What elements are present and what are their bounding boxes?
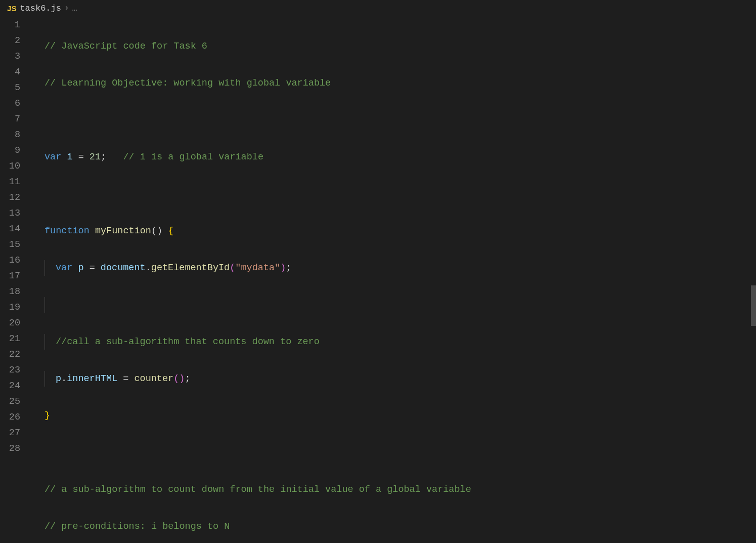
code-line[interactable]: var p = document.getElementById("mydata"… xyxy=(33,260,751,276)
line-number: 7 xyxy=(0,111,20,127)
line-number: 16 xyxy=(0,253,20,268)
comment: // Learning Objective: working with glob… xyxy=(45,78,331,89)
code-line[interactable] xyxy=(33,186,751,202)
chevron-right-icon: › xyxy=(64,4,69,13)
punct: () xyxy=(151,226,162,236)
code-line[interactable]: // pre-conditions: i belongs to N xyxy=(33,519,751,534)
identifier: i xyxy=(67,152,72,162)
line-number: 11 xyxy=(0,174,20,190)
line-number: 2 xyxy=(0,33,20,49)
paren: ( xyxy=(230,263,235,273)
line-number: 18 xyxy=(0,284,20,300)
string-literal: "mydata" xyxy=(235,263,280,273)
comment: // a sub-algorithm to count down from th… xyxy=(45,484,471,495)
identifier: p xyxy=(72,263,83,273)
code-line[interactable]: p.innerHTML = counter(); xyxy=(33,371,751,387)
breadcrumb[interactable]: JS task6.js › … xyxy=(0,0,756,17)
line-number: 15 xyxy=(0,237,20,253)
code-line[interactable] xyxy=(33,297,751,313)
line-number: 3 xyxy=(0,49,20,64)
line-number: 20 xyxy=(0,315,20,331)
line-number: 9 xyxy=(0,143,20,158)
punct: . xyxy=(61,373,67,384)
identifier: p xyxy=(56,373,61,384)
line-number: 24 xyxy=(0,378,20,394)
function-name: myFunction xyxy=(90,226,151,236)
comment: // JavaScript code for Task 6 xyxy=(45,41,207,52)
line-number-gutter: 1 2 3 4 5 6 7 8 9 10 11 12 13 14 15 16 1… xyxy=(0,17,33,543)
code-line[interactable]: //call a sub-algorithm that counts down … xyxy=(33,334,751,350)
operator: = xyxy=(73,152,90,162)
code-line[interactable]: // JavaScript code for Task 6 xyxy=(33,38,751,54)
code-line[interactable]: function myFunction() { xyxy=(33,223,751,239)
scrollbar[interactable] xyxy=(751,17,756,543)
line-number: 13 xyxy=(0,205,20,221)
comment: //call a sub-algorithm that counts down … xyxy=(56,337,320,347)
comment: // pre-conditions: i belongs to N xyxy=(45,521,230,532)
code-line[interactable]: var i = 21; // i is a global variable xyxy=(33,149,751,165)
scrollbar-thumb[interactable] xyxy=(751,285,756,326)
line-number: 17 xyxy=(0,268,20,284)
operator: = xyxy=(84,263,101,273)
line-number: 5 xyxy=(0,80,20,96)
brace: { xyxy=(162,226,173,236)
identifier: document xyxy=(101,263,146,273)
keyword: var xyxy=(56,263,72,273)
line-number: 27 xyxy=(0,425,20,441)
punct: ; xyxy=(185,373,190,384)
property: innerHTML xyxy=(67,373,117,384)
keyword: function xyxy=(45,226,90,236)
line-number: 1 xyxy=(0,17,20,33)
line-number: 28 xyxy=(0,441,20,456)
code-line[interactable]: // a sub-algorithm to count down from th… xyxy=(33,482,751,497)
code-line[interactable] xyxy=(33,445,751,461)
line-number: 8 xyxy=(0,127,20,143)
brace: } xyxy=(45,410,50,421)
code-line[interactable]: // Learning Objective: working with glob… xyxy=(33,75,751,91)
line-number: 6 xyxy=(0,96,20,111)
keyword: var xyxy=(45,152,61,162)
punct: ; xyxy=(286,263,291,273)
line-number: 25 xyxy=(0,394,20,409)
code-content[interactable]: // JavaScript code for Task 6 // Learnin… xyxy=(33,17,751,543)
js-file-icon: JS xyxy=(7,4,17,13)
method: getElementById xyxy=(151,263,230,273)
paren: ) xyxy=(280,263,286,273)
paren: () xyxy=(173,373,185,384)
function-call: counter xyxy=(134,373,173,384)
line-number: 12 xyxy=(0,190,20,205)
line-number: 22 xyxy=(0,347,20,362)
line-number: 4 xyxy=(0,64,20,80)
line-number: 23 xyxy=(0,362,20,378)
code-editor[interactable]: 1 2 3 4 5 6 7 8 9 10 11 12 13 14 15 16 1… xyxy=(0,17,756,543)
line-number: 10 xyxy=(0,158,20,174)
punct: ; xyxy=(101,152,106,162)
line-number: 26 xyxy=(0,409,20,425)
line-number: 14 xyxy=(0,221,20,237)
operator: = xyxy=(117,373,134,384)
comment: // i is a global variable xyxy=(106,152,263,162)
breadcrumb-ellipsis[interactable]: … xyxy=(72,4,78,13)
code-line[interactable]: } xyxy=(33,408,751,424)
line-number: 19 xyxy=(0,300,20,315)
number-literal: 21 xyxy=(90,152,101,162)
code-line[interactable] xyxy=(33,112,751,128)
breadcrumb-filename[interactable]: task6.js xyxy=(20,4,61,13)
line-number: 21 xyxy=(0,331,20,347)
punct: . xyxy=(146,263,151,273)
